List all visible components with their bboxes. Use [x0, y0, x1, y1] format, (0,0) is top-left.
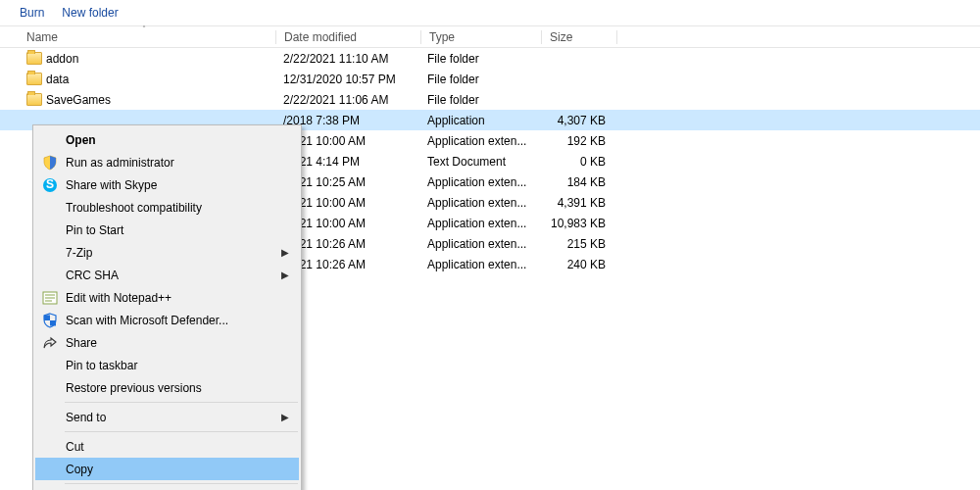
- menu-item[interactable]: Troubleshoot compatibility: [35, 196, 299, 219]
- submenu-arrow-icon: ▶: [281, 270, 289, 280]
- menu-item-label: Pin to Start: [66, 223, 123, 237]
- column-header-type[interactable]: Type: [421, 26, 541, 47]
- file-name-cell: SaveGames: [0, 93, 275, 107]
- file-type-cell: Application exten...: [419, 134, 539, 148]
- menu-item-label: Share: [66, 336, 97, 350]
- column-headers: ˄ Name Date modified Type Size: [0, 26, 980, 48]
- menu-item[interactable]: Copy: [35, 458, 299, 480]
- file-type-cell: Application: [419, 114, 539, 127]
- menu-item-label: 7-Zip: [66, 246, 92, 260]
- file-type-cell: Application exten...: [419, 217, 539, 230]
- menu-item[interactable]: Pin to Start: [35, 219, 299, 241]
- menu-item-label: Copy: [66, 463, 93, 476]
- menu-item[interactable]: Open: [35, 128, 299, 151]
- sort-arrow-icon: ˄: [142, 24, 146, 33]
- toolbar-burn[interactable]: Burn: [20, 6, 44, 20]
- file-name-cell: addon: [0, 52, 275, 66]
- menu-item[interactable]: Share: [35, 331, 299, 354]
- file-type-cell: File folder: [419, 73, 539, 86]
- menu-separator: [65, 431, 298, 432]
- file-type-cell: File folder: [419, 52, 539, 66]
- file-row[interactable]: SaveGames2/22/2021 11:06 AMFile folder: [0, 89, 980, 110]
- file-type-cell: Application exten...: [419, 258, 539, 271]
- file-size-cell: 4,391 KB: [539, 196, 613, 210]
- menu-item-label: Open: [66, 133, 96, 147]
- file-row[interactable]: data12/31/2020 10:57 PMFile folder: [0, 69, 980, 89]
- file-name-label: addon: [46, 52, 78, 66]
- file-type-cell: Text Document: [419, 155, 539, 169]
- share-icon: [42, 335, 58, 351]
- menu-item-label: Restore previous versions: [66, 381, 202, 395]
- context-menu: OpenRun as administratorSShare with Skyp…: [32, 124, 302, 490]
- submenu-arrow-icon: ▶: [281, 412, 289, 422]
- svg-text:S: S: [46, 177, 54, 191]
- defender-icon: [42, 313, 58, 328]
- menu-item-label: Scan with Microsoft Defender...: [66, 314, 228, 327]
- menu-item[interactable]: Run as administrator: [35, 151, 299, 173]
- menu-item-label: Cut: [66, 440, 84, 454]
- menu-item[interactable]: Edit with Notepad++: [35, 286, 299, 309]
- submenu-arrow-icon: ▶: [281, 247, 289, 258]
- menu-item-label: CRC SHA: [66, 269, 119, 282]
- file-type-cell: Application exten...: [419, 196, 539, 210]
- npp-icon: [42, 290, 58, 306]
- menu-item[interactable]: Send to▶: [35, 406, 299, 428]
- menu-item-label: Share with Skype: [66, 178, 157, 192]
- file-size-cell: 4,307 KB: [539, 114, 613, 127]
- file-date-cell: 2/22/2021 11:06 AM: [275, 93, 419, 107]
- file-row[interactable]: addon2/22/2021 11:10 AMFile folder: [0, 48, 980, 69]
- menu-item[interactable]: Restore previous versions: [35, 376, 299, 399]
- file-type-cell: Application exten...: [419, 175, 539, 189]
- menu-item[interactable]: CRC SHA▶: [35, 264, 299, 286]
- file-name-label: SaveGames: [46, 93, 111, 107]
- svg-rect-4: [50, 320, 56, 326]
- skype-icon: S: [42, 177, 58, 193]
- menu-separator: [65, 483, 298, 484]
- menu-item[interactable]: Scan with Microsoft Defender...: [35, 309, 299, 331]
- file-type-cell: File folder: [419, 93, 539, 107]
- file-date-cell: 12/31/2020 10:57 PM: [275, 73, 419, 86]
- folder-icon: [26, 52, 42, 65]
- file-type-cell: Application exten...: [419, 237, 539, 251]
- file-name-cell: data: [0, 73, 275, 86]
- file-size-cell: 10,983 KB: [539, 217, 613, 230]
- toolbar: Burn New folder: [0, 0, 980, 26]
- file-size-cell: 184 KB: [539, 175, 613, 189]
- folder-icon: [26, 93, 42, 106]
- file-date-cell: 2/22/2021 11:10 AM: [275, 52, 419, 66]
- column-header-date[interactable]: Date modified: [276, 26, 420, 47]
- column-header-size[interactable]: Size: [542, 26, 616, 47]
- menu-item-label: Troubleshoot compatibility: [66, 201, 202, 215]
- folder-icon: [26, 73, 42, 85]
- menu-separator: [65, 402, 298, 403]
- column-header-name[interactable]: Name: [0, 26, 275, 47]
- file-size-cell: 192 KB: [539, 134, 613, 148]
- menu-item[interactable]: SShare with Skype: [35, 173, 299, 196]
- svg-rect-3: [44, 315, 50, 320]
- column-separator: [616, 30, 617, 44]
- menu-item[interactable]: 7-Zip▶: [35, 241, 299, 264]
- menu-item-label: Edit with Notepad++: [66, 291, 172, 305]
- toolbar-new-folder[interactable]: New folder: [62, 6, 118, 20]
- menu-item-label: Send to: [66, 411, 106, 424]
- shield-icon: [42, 155, 58, 171]
- file-size-cell: 215 KB: [539, 237, 613, 251]
- menu-item[interactable]: Cut: [35, 435, 299, 458]
- menu-item-label: Pin to taskbar: [66, 359, 137, 372]
- file-size-cell: 240 KB: [539, 258, 613, 271]
- menu-item[interactable]: Pin to taskbar: [35, 354, 299, 376]
- file-name-label: data: [46, 73, 69, 86]
- menu-item-label: Run as administrator: [66, 156, 174, 170]
- file-size-cell: 0 KB: [539, 155, 613, 169]
